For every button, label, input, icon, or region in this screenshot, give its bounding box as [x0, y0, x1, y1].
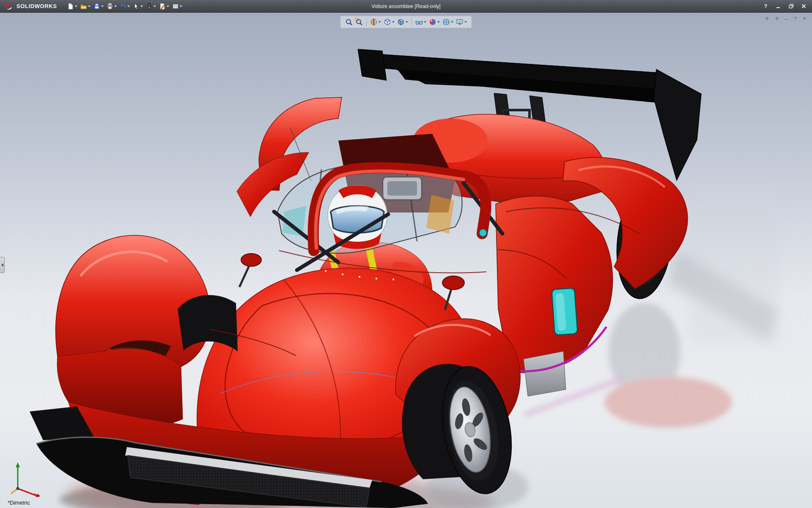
close-button[interactable] — [798, 2, 809, 11]
undo-arrow-icon — [120, 3, 126, 10]
heads-up-toolbar — [340, 16, 472, 28]
file-properties-icon — [159, 3, 166, 10]
driver-helmet — [328, 185, 387, 249]
apply-scene-button[interactable] — [442, 17, 454, 27]
section-view-icon — [370, 18, 378, 26]
solidworks-window: SOLIDWORKS — [0, 0, 812, 508]
hide-show-glasses-icon — [415, 18, 423, 26]
doc-restore-icon — [794, 16, 797, 21]
open-folder-icon — [80, 3, 87, 10]
next-window-button[interactable] — [773, 15, 781, 22]
help-button[interactable]: ? — [760, 2, 771, 11]
view-settings-button[interactable] — [455, 17, 468, 27]
doc-close-button[interactable] — [801, 15, 809, 22]
expand-panel-icon — [1, 263, 3, 267]
save-button[interactable] — [93, 1, 104, 11]
print-button[interactable] — [106, 1, 118, 11]
hide-show-items-button[interactable] — [414, 17, 427, 27]
zoom-to-fit-button[interactable] — [344, 17, 354, 27]
feature-manager-collapsed-tab[interactable] — [0, 257, 5, 273]
view-orientation-label: *Dimetric — [8, 500, 30, 506]
toolbar-separator — [411, 18, 412, 26]
y-axis-arrow — [16, 462, 20, 467]
orientation-triad — [6, 460, 47, 499]
open-button[interactable] — [80, 1, 91, 11]
help-icon: ? — [764, 3, 767, 9]
close-icon — [801, 4, 806, 8]
center-mirror — [383, 177, 422, 200]
select-button[interactable] — [132, 1, 144, 11]
restore-button[interactable] — [785, 2, 797, 11]
brand-text: SOLIDWORKS — [16, 3, 57, 9]
print-icon — [107, 3, 113, 10]
new-document-icon — [67, 3, 74, 10]
edit-appearance-sphere-icon — [429, 18, 436, 26]
previous-window-icon — [766, 16, 769, 21]
minimize-button[interactable] — [773, 2, 784, 11]
document-window-controls — [763, 15, 809, 22]
undo-button[interactable] — [119, 1, 131, 11]
fuel-cap-cyan — [479, 229, 487, 237]
new-document-button[interactable] — [66, 1, 78, 11]
dassault-3ds-logo — [3, 3, 14, 10]
minimize-icon — [776, 4, 781, 8]
rebuild-traffic-light-icon — [146, 3, 153, 10]
doc-minimize-icon — [785, 16, 787, 21]
apply-scene-globe-icon — [442, 18, 450, 26]
view-orientation-cube-icon — [384, 18, 391, 26]
previous-window-button[interactable] — [763, 15, 771, 22]
view-settings-monitor-icon — [456, 18, 464, 26]
next-window-icon — [775, 16, 778, 21]
doc-restore-button[interactable] — [791, 15, 799, 22]
toolbar-separator — [366, 18, 367, 26]
section-view-button[interactable] — [369, 17, 382, 27]
doc-minimize-button[interactable] — [782, 15, 790, 22]
select-cursor-icon — [133, 3, 140, 10]
window-controls: ? — [760, 2, 809, 11]
doc-close-icon — [803, 16, 806, 21]
restore-icon — [789, 4, 794, 8]
sheet-grid-icon — [172, 3, 179, 10]
display-style-button[interactable] — [396, 17, 409, 27]
edit-appearance-button[interactable] — [428, 17, 441, 27]
car-model-scene — [0, 13, 812, 508]
save-floppy-icon — [93, 3, 100, 10]
graphics-viewport[interactable]: *Dimetric — [0, 13, 812, 508]
rebuild-button[interactable] — [145, 1, 157, 11]
zoom-to-fit-icon — [345, 18, 353, 26]
display-style-icon — [397, 18, 405, 26]
title-toolbar — [66, 1, 183, 11]
sheet-properties-button[interactable] — [171, 1, 183, 11]
zoom-to-area-icon — [355, 18, 363, 26]
view-orientation-button[interactable] — [383, 17, 395, 27]
zoom-to-area-button[interactable] — [354, 17, 364, 27]
window-titlebar: SOLIDWORKS — [0, 0, 812, 13]
brand: SOLIDWORKS — [3, 3, 57, 10]
file-properties-button[interactable] — [158, 1, 170, 11]
